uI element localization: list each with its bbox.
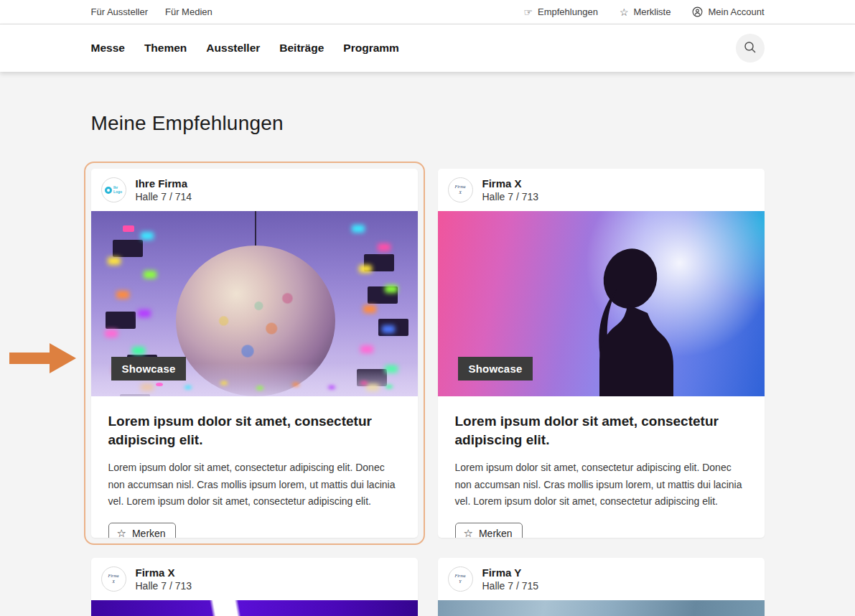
card-firma-x-1: Firma X Firma X Halle 7 / 713 (438, 169, 765, 538)
hall-location: Halle 7 / 715 (482, 580, 539, 592)
main-content: Meine Empfehlungen Ihr Logo (91, 112, 765, 616)
neon-signs-decor (113, 240, 143, 257)
showcase-badge: Showcase (458, 357, 533, 381)
recommendation-card[interactable]: Firma X Firma X Halle 7 / 713 (438, 169, 765, 538)
topbar-link-mein-account[interactable]: Mein Account (692, 6, 764, 17)
card-firma-y: Firma Y Firma Y Halle 7 / 715 (438, 558, 765, 616)
company-logo: Firma X (101, 566, 126, 592)
account-icon (692, 6, 703, 17)
hall-location: Halle 7 / 713 (136, 580, 192, 592)
star-icon: ☆ (117, 528, 126, 538)
nav-item-aussteller[interactable]: Aussteller (206, 42, 260, 55)
topbar-link-merkliste[interactable]: ☆ Merkliste (620, 6, 671, 17)
company-logo: Firma X (448, 177, 473, 202)
nav-item-beitraege[interactable]: Beiträge (279, 42, 324, 55)
topbar-link-fuer-medien[interactable]: Für Medien (165, 6, 212, 17)
topbar-link-empfehlungen[interactable]: ☞ Empfehlungen (523, 6, 597, 17)
page-root: Für Aussteller Für Medien ☞ Empfehlungen… (0, 0, 855, 616)
annotation-arrow-icon (9, 343, 76, 373)
nav-item-themen[interactable]: Themen (144, 42, 187, 55)
logo-ring-icon (105, 187, 112, 194)
card-image-architecture (438, 600, 765, 616)
card-image-purple-stripe (91, 600, 418, 616)
main-navigation: Messe Themen Aussteller Beiträge Program… (0, 24, 855, 72)
showcase-badge: Showcase (111, 357, 187, 381)
nav-item-programm[interactable]: Programm (343, 42, 399, 55)
neon-glow-decor (123, 225, 134, 232)
company-name: Firma Y (482, 566, 539, 579)
top-utility-bar: Für Aussteller Für Medien ☞ Empfehlungen… (0, 0, 855, 24)
card-title: Lorem ipsum dolor sit amet, consectetur … (108, 412, 401, 449)
company-logo: Firma Y (448, 566, 473, 592)
hall-location: Halle 7 / 713 (482, 191, 539, 202)
star-icon: ☆ (620, 7, 629, 17)
card-description: Lorem ipsum dolor sit amet, consectetur … (108, 459, 401, 510)
company-name: Firma X (482, 177, 539, 190)
search-button[interactable] (736, 34, 765, 62)
card-ihre-firma: Ihr Logo Ihre Firma Halle 7 / 714 (91, 169, 418, 538)
hall-location: Halle 7 / 714 (136, 191, 192, 202)
merken-button[interactable]: ☆ Merken (455, 523, 523, 538)
star-icon: ☆ (464, 528, 473, 538)
page-title: Meine Empfehlungen (91, 112, 765, 135)
card-description: Lorem ipsum dolor sit amet, consectetur … (455, 459, 747, 510)
company-name: Ihre Firma (136, 177, 192, 190)
merken-button[interactable]: ☆ Merken (108, 523, 176, 538)
recommendation-card[interactable]: Firma X Firma X Halle 7 / 713 (91, 558, 418, 616)
recommendation-grid: Ihr Logo Ihre Firma Halle 7 / 714 (91, 169, 765, 616)
company-logo: Ihr Logo (101, 177, 126, 202)
pointing-hand-icon: ☞ (523, 7, 533, 17)
card-title: Lorem ipsum dolor sit amet, consectetur … (455, 412, 747, 449)
recommendation-card[interactable]: Ihr Logo Ihre Firma Halle 7 / 714 (91, 169, 418, 538)
company-name: Firma X (136, 566, 192, 579)
card-image-silhouette: Showcase (438, 211, 765, 396)
card-firma-x-2: Firma X Firma X Halle 7 / 713 (91, 558, 418, 616)
nav-item-messe[interactable]: Messe (91, 42, 125, 55)
topbar-link-fuer-aussteller[interactable]: Für Aussteller (91, 6, 148, 17)
recommendation-card[interactable]: Firma Y Firma Y Halle 7 / 715 (438, 558, 765, 616)
card-image-neon-sphere: Showcase (91, 211, 418, 396)
magnifier-icon (743, 40, 757, 57)
